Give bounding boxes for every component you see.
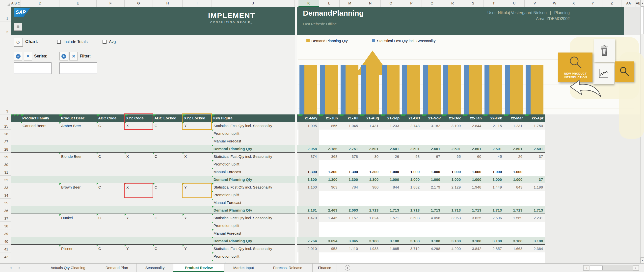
value-cell[interactable]: 2.501 [524,145,545,152]
value-cell[interactable]: 3.188 [442,237,463,245]
value-cell[interactable]: 3.188 [401,237,422,245]
value-cell[interactable]: 4.056 [422,214,442,222]
value-cell[interactable]: 3.842 [463,245,484,252]
value-cell[interactable]: 1.000 [422,168,442,176]
value-cell[interactable]: 980 [360,183,381,191]
row-header-40[interactable]: 40 [0,237,11,245]
column-header-P[interactable]: P [401,0,422,7]
value-cell[interactable]: 1.431 [360,122,381,130]
row-header-32[interactable]: 32 [0,176,11,183]
column-header-J[interactable]: J [212,0,294,7]
value-cell[interactable]: 4.298 [422,245,442,252]
product-desc-cell[interactable]: Amber Beer [60,122,96,130]
key-figure-cell[interactable]: Manual Forecast [212,199,294,206]
value-cell[interactable]: 1.713 [422,206,442,214]
value-cell[interactable]: 1.000 [442,176,463,183]
xyz-code-cell[interactable]: X [124,152,153,160]
row-header-2[interactable]: 2 [0,22,11,35]
key-figure-cell[interactable]: Manual Forecast [212,137,294,145]
value-cell[interactable]: 1.300 [298,168,319,176]
column-header-A[interactable]: A [11,0,14,7]
row-header-34[interactable]: 34 [0,191,11,199]
key-figure-cell[interactable]: Statistical Fcst Qty incl. Seasonality [212,214,294,222]
header-toggle-button[interactable]: ▤ [14,23,22,31]
row-header-30[interactable]: 30 [0,160,11,168]
value-cell[interactable]: 30 [360,152,381,160]
header-key-figure[interactable]: Key Figure [212,114,294,122]
value-cell[interactable]: 1.449 [484,183,504,191]
value-cell[interactable]: 2.751 [340,145,360,152]
new-product-introduction-button[interactable]: NEW PRODUCTINTRODUCTION [558,52,592,82]
xyz-code-cell[interactable]: Y [124,245,153,252]
column-header-U[interactable]: U [504,0,524,7]
row-header-27[interactable]: 27 [0,137,11,145]
row-header-35[interactable]: 35 [0,199,11,206]
value-cell[interactable]: 2.844 [463,122,484,130]
header-product-family[interactable]: Product Family [21,114,60,122]
month-header-22-Feb[interactable]: 22-Feb [484,114,504,122]
abc-locked-cell[interactable]: C [153,122,182,130]
value-cell[interactable]: 1.445 [319,214,340,222]
value-cell[interactable]: 3.109 [442,122,463,130]
value-cell[interactable]: 3.045 [340,237,360,245]
value-cell[interactable]: 60 [463,152,484,160]
value-cell[interactable]: 1.000 [381,176,401,183]
value-cell[interactable]: 1.300 [340,168,360,176]
key-figure-cell[interactable]: Demand Planning Qty [212,145,294,152]
month-header-21-Aug[interactable]: 21-Aug [360,114,381,122]
clear-filter-button[interactable]: ✕ [69,52,78,60]
scrollbar-grip-icon[interactable]: ⁝ [578,265,579,268]
value-cell[interactable]: 1.000 [422,176,442,183]
value-cell[interactable]: 843 [504,183,524,191]
value-cell[interactable]: 1.750 [524,122,545,130]
include-totals-checkbox[interactable] [57,40,61,44]
key-figure-cell[interactable]: Demand Planning Qty [212,206,294,214]
value-cell[interactable]: 1.000 [401,168,422,176]
avg-checkbox[interactable] [102,40,106,44]
row-header-41[interactable]: 41 [0,245,11,252]
sheet-tab-actuals-qty-cleaning[interactable]: Actuals Qty Cleaning [39,264,97,272]
abc-code-cell[interactable]: C [96,152,124,160]
month-header-21-Dec[interactable]: 21-Dec [442,114,463,122]
column-header-Q[interactable]: Q [422,0,442,7]
column-header-V[interactable]: V [524,0,545,7]
abc-locked-cell[interactable]: C [153,214,182,222]
abc-code-cell[interactable]: C [96,245,124,252]
value-cell[interactable]: 1.000 [484,176,504,183]
value-cell[interactable]: 1.095 [298,122,319,130]
column-header-Y[interactable]: Y [583,0,602,7]
value-cell[interactable]: 3.188 [524,237,545,245]
scroll-right-button[interactable]: ▸ [633,265,639,270]
value-cell[interactable]: 2.748 [401,122,422,130]
scroll-up-button[interactable]: ▲ [640,0,644,6]
key-figure-cell[interactable]: Promotion uplift [212,130,294,137]
value-cell[interactable]: 2.058 [298,145,319,152]
column-header-X[interactable]: X [564,0,583,7]
value-cell[interactable]: 2.501 [360,145,381,152]
value-cell[interactable]: 2.364 [524,245,545,252]
value-cell[interactable]: 855 [319,122,340,130]
header-abc-locked[interactable]: ABC Locked [153,114,182,122]
column-header-K[interactable]: K [298,0,319,7]
product-desc-cell[interactable]: Brown Beer [60,183,96,191]
xyz-code-cell[interactable]: X [124,183,153,191]
sheet-tab-forecast-release[interactable]: Forecast Release [263,264,312,272]
value-cell[interactable]: 1.000 [463,176,484,183]
value-cell[interactable]: 45 [484,152,504,160]
value-cell[interactable]: 1.713 [360,206,381,214]
xyz-locked-cell[interactable]: Y [182,183,212,191]
value-cell[interactable]: 2.501 [401,145,422,152]
value-cell[interactable]: 3.188 [463,237,484,245]
product-desc-cell[interactable]: Pilsner [60,245,96,252]
value-cell[interactable]: 1.665 [381,245,401,252]
month-header-21-Nov[interactable]: 21-Nov [422,114,442,122]
product-desc-cell[interactable]: Dunkel [60,214,96,222]
value-cell[interactable]: 1.569 [504,214,524,222]
month-header-22-Apr[interactable]: 22-Apr [524,114,545,122]
month-header-21-Sep[interactable]: 21-Sep [381,114,401,122]
column-header-AA[interactable]: AA [622,0,636,7]
value-cell[interactable]: 26 [504,152,524,160]
refresh-chart-button[interactable]: ⟳ [14,38,23,46]
month-header-21-Oct[interactable]: 21-Oct [401,114,422,122]
value-cell[interactable]: 37 [524,152,545,160]
